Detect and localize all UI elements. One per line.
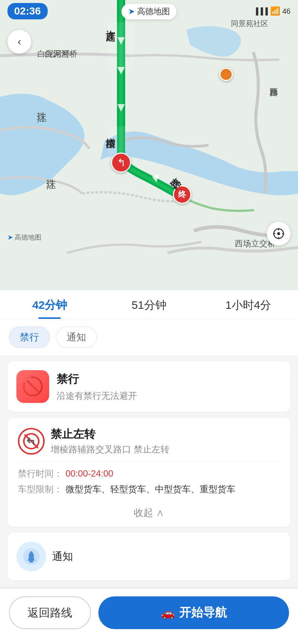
filter-tab-jixing[interactable]: 禁行 [9,327,50,348]
gaode-bottom-logo: ➤ 高德地图 [7,233,41,242]
time-display: 02:36 [7,3,48,19]
bainiheBridge-label2: 白泥河桥 [37,48,70,60]
filter-tab-tongzhi[interactable]: 通知 [56,327,97,348]
route-tab-2[interactable]: 51分钟 [99,298,199,319]
detail-header: 禁止左转 增棱路辅路交叉路口 禁止左转 [18,427,280,455]
detail-title-text: 禁止左转 [51,427,169,442]
notify-title-text: 通知 [52,550,73,564]
no-left-turn-icon [18,428,45,455]
system-status: ▐▐▐ 📶 46 [253,6,291,16]
svg-rect-5 [108,22,134,71]
zhujiang2-label: 珠江 [45,171,58,174]
notify-icon [16,542,46,571]
svg-line-14 [25,435,38,448]
alert-card: 🚫 禁行 沿途有禁行无法避开 [7,361,291,412]
route-time-tabs: 42分钟 51分钟 1小时4分 [0,290,298,319]
detail-time-row: 禁行时间： 00:00-24:00 [18,468,280,480]
route-tab-1[interactable]: 42分钟 [0,298,99,319]
return-route-button[interactable]: 返回路线 [9,596,91,629]
car-icon: 🚗 [161,606,175,619]
vehicle-label: 车型限制： [18,483,63,495]
xuguang-label: 许广高速 [104,22,117,25]
detail-title-block: 禁止左转 增棱路辅路交叉路口 禁止左转 [51,427,169,455]
start-navigation-button[interactable]: 🚗 开始导航 [98,596,289,629]
no-entry-icon: 🚫 [22,376,44,397]
notification-peek: 通知 [7,533,291,580]
detail-divider [18,461,280,462]
detail-subtitle-text: 增棱路辅路交叉路口 禁止左转 [51,443,169,455]
svg-point-8 [277,232,280,235]
location-button[interactable] [267,222,291,246]
alert-icon-container: 🚫 [16,370,49,403]
filter-section: 禁行 通知 [0,319,298,355]
route-tab-3[interactable]: 1小时4分 [199,298,298,319]
alert-text-block: 禁行 沿途有禁行无法避开 [57,372,137,402]
time-value: 00:00-24:00 [66,468,113,479]
bottom-action-bar: 返回路线 🚗 开始导航 [0,589,298,644]
zengti-label: 增棱路 [104,130,117,132]
destination-marker: 终 [173,185,191,204]
gaode-bottom-text: 高德地图 [15,233,41,242]
battery-display: 46 [282,7,291,16]
vehicle-value: 微型货车、轻型货车、中型货车、重型货车 [66,483,235,495]
time-label: 禁行时间： [18,468,63,480]
traffic-marker [219,68,233,81]
map-view[interactable]: 白泥河桥 白泥河桥 珠江 珠江 许广高速 增棱路 珠河路 同景苑社区 西梯路 西… [0,0,298,290]
turn-sign: ↰ [111,153,131,173]
gaode-arrow-icon: ➤ [128,7,135,16]
wifi-icon: 📶 [270,6,280,16]
status-bar: 02:36 ➤ 高德地图 ▐▐▐ 📶 46 [0,0,298,22]
back-button[interactable]: ‹ [7,30,31,54]
gaode-logo-text: 高德地图 [137,6,170,17]
signal-icon: ▐▐▐ [253,7,267,15]
detail-vehicle-row: 车型限制： 微型货车、轻型货车、中型货车、重型货车 [18,483,280,495]
gaode-bottom-arrow: ➤ [7,233,13,241]
alert-title: 禁行 [57,372,137,387]
navigate-text: 开始导航 [179,605,227,621]
alert-subtitle: 沿途有禁行无法避开 [57,390,137,402]
collapse-button[interactable]: 收起 ∧ [18,499,280,527]
zhujiang1-label: 珠江 [35,104,48,107]
svg-rect-16 [29,561,33,563]
gaode-header-logo: ➤ 高德地图 [121,4,177,19]
detail-card: 禁止左转 增棱路辅路交叉路口 禁止左转 禁行时间： 00:00-24:00 车型… [7,418,291,527]
